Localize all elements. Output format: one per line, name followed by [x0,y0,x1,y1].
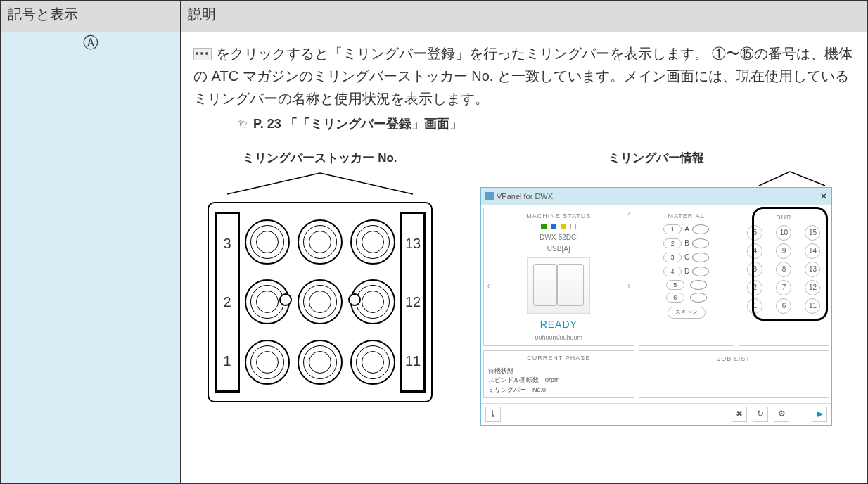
symbol-cell: Ⓐ [1,32,181,483]
svg-line-1 [320,173,413,194]
phase-line: スピンドル回転数 0rpm [488,376,630,386]
bur-slot[interactable]: 9 [776,243,791,259]
material-slot[interactable]: 4 [663,267,682,276]
tray-hole [350,219,395,265]
bur-slot[interactable]: 2 [747,280,762,295]
current-phase-heading: CURRENT PHASE [488,354,630,364]
vpanel-title: VPanel for DWX [497,191,553,203]
stocker-figure: ミリングバーストッカー No. [193,148,447,402]
material-slot[interactable]: 2 [663,238,682,248]
scan-button[interactable]: スキャン [668,307,706,319]
bur-slot[interactable]: 12 [805,280,820,295]
row-symbol: Ⓐ [83,34,98,51]
bur-panel: BUR 5 10 15 4 9 14 3 [739,208,829,346]
bur-info-label: ミリングバー情報 [480,148,832,167]
disk-icon [690,280,707,290]
prev-machine-icon[interactable]: ‹ [487,276,490,295]
tray-hole [298,219,343,265]
bur-heading: BUR [742,212,826,222]
settings-icon[interactable]: ⚙ [774,407,789,422]
machine-time: 00h00m/00h00m [487,333,631,343]
status-led-yellow [561,224,566,229]
disk-icon [690,293,707,302]
job-list-heading: JOB LIST [642,354,826,364]
machine-image [527,257,590,314]
svg-line-3 [790,172,825,186]
desc-p1: をクリックすると「ミリングバー登録」を行ったミリングバーを表示します。 [216,46,708,61]
machine-status-heading: MACHINE STATUS [487,211,631,221]
tray-hole [298,340,343,385]
description-cell: ••• をクリックすると「ミリングバー登録」を行ったミリングバーを表示します。 … [181,32,868,483]
app-icon [485,192,494,200]
material-slot[interactable]: 5 [666,280,684,290]
svg-line-2 [759,172,790,186]
machine-ready: READY [487,317,631,332]
bur-slot[interactable]: 5 [747,225,762,241]
bur-grid: 5 10 15 4 9 14 3 8 13 [742,225,826,314]
play-icon[interactable]: ▶ [812,407,827,422]
status-led-green [541,224,547,229]
machine-conn: USB[A] [487,243,631,255]
disk-icon [692,253,709,262]
bur-slot[interactable]: 15 [805,225,820,241]
material-slot[interactable]: 1 [663,224,682,234]
tray-hole [350,340,395,385]
vpanel-titlebar: VPanel for DWX ✕ [481,188,831,205]
pointing-hand-icon: ☞ [233,113,250,136]
vpanel-window: VPanel for DWX ✕ ⤢ MACHINE STATUS [480,187,832,426]
status-led-off [570,224,576,229]
ellipsis-icon[interactable]: ••• [193,48,212,60]
page-reference: ☞ P. 23 「「ミリングバー登録」画面」 [236,114,855,134]
material-slot[interactable]: 6 [666,293,684,302]
bottom-toolbar: ⭳ ✖ ↻ ⚙ ▶ [481,403,831,425]
stocker-label: ミリングバーストッカー No. [193,148,447,167]
next-machine-icon[interactable]: › [627,276,630,295]
expand-icon[interactable]: ⤢ [626,210,631,219]
material-panel: MATERIAL 1A 2B 3C 4D 5 6 スキャン [639,208,734,346]
material-slot[interactable]: 3 [663,253,682,262]
status-led-blue [551,224,556,229]
phase-line: 待機状態 [488,367,630,376]
cancel-icon[interactable]: ✖ [732,407,747,422]
history-icon[interactable]: ↻ [753,407,768,422]
disk-icon [692,238,709,248]
tray-hole [298,279,343,324]
tray-pin [279,293,292,306]
phase-line: ミリングバー No.0 [488,386,630,395]
output-icon[interactable]: ⭳ [485,407,501,422]
bur-slot[interactable]: 7 [776,280,791,295]
header-right: 説明 [181,1,868,32]
machine-status-panel: ⤢ MACHINE STATUS DWX-52DCi [483,208,634,346]
machine-model: DWX-52DCi [487,232,631,243]
disk-icon [692,267,709,276]
svg-line-0 [227,173,320,194]
tray-pin [348,293,361,306]
tray-hole [245,219,290,265]
bur-slot[interactable]: 10 [776,225,791,241]
disk-icon [692,224,709,234]
current-phase-panel: CURRENT PHASE 待機状態 スピンドル回転数 0rpm ミリングバー … [483,350,634,398]
bur-slot[interactable]: 13 [805,262,820,277]
bur-slot[interactable]: 8 [776,262,791,277]
stocker-right-numbers: 13 12 11 [400,212,426,393]
bur-slot[interactable]: 14 [805,243,820,259]
material-heading: MATERIAL [642,211,731,221]
stocker-tray: 3 2 1 13 12 11 [208,202,433,402]
stocker-left-numbers: 3 2 1 [215,212,240,393]
tray-hole [245,340,290,385]
bur-slot[interactable]: 3 [747,262,762,277]
bur-slot[interactable]: 1 [747,298,762,314]
close-icon[interactable]: ✕ [820,190,827,203]
bur-slot[interactable]: 11 [805,298,820,314]
doc-table: 記号と表示 説明 Ⓐ ••• をクリックすると「ミリングバー登録」を行ったミリン… [0,0,868,484]
bur-slot[interactable]: 6 [776,298,791,314]
header-left: 記号と表示 [1,1,181,32]
job-list-panel: JOB LIST [639,350,829,398]
bur-slot[interactable]: 4 [747,243,762,259]
vpanel-figure: ミリングバー情報 VPanel for DWX ✕ [480,148,832,426]
